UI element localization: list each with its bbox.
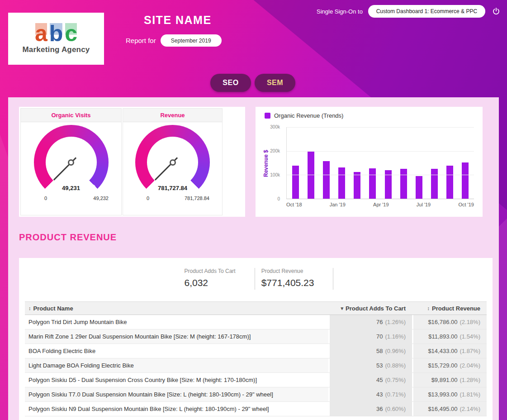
report-period-row: Report for September 2019	[126, 34, 222, 47]
sso-row: Single Sign-On to Custom Dashboard 1: Ec…	[317, 5, 502, 18]
power-icon	[492, 7, 500, 15]
tab-sem[interactable]: SEM	[255, 74, 295, 92]
product-name-cell: Polygon Siskiu T7.0 Dual Suspension Moun…	[25, 387, 328, 401]
table-row: Polygon Siskiu D5 - Dual Suspension Cros…	[25, 373, 487, 387]
adds-to-cart-cell: 53(0.88%)	[328, 358, 412, 372]
col-header-product-revenue[interactable]: ↕ Product Revenue	[412, 305, 487, 312]
cell-value: 58	[376, 348, 383, 354]
report-for-label: Report for	[126, 37, 156, 44]
product-name-cell: Light Damage BOA Folding Electric Bike	[25, 358, 328, 372]
section-title-product-revenue: PRODUCT REVENUE	[19, 232, 117, 243]
bar-jul19	[431, 169, 438, 199]
table-row: Marin Rift Zone 1 29er Dual Suspension M…	[25, 329, 487, 344]
bar-jun19	[416, 176, 422, 199]
gauge-revenue: Revenue 781,727.84 0 781,728.84	[123, 108, 223, 215]
cell-value: 36	[376, 406, 383, 412]
x-tick-label: Oct '19	[458, 202, 474, 207]
gauge-min-label: 0	[147, 196, 149, 201]
adds-to-cart-cell: 70(1.16%)	[328, 329, 412, 344]
product-revenue-card: Product Adds To Cart 6,032 Product Reven…	[19, 258, 493, 420]
chart-legend: Organic Revenue (Trends)	[265, 112, 343, 119]
agency-logo: abc Marketing Agency	[8, 13, 104, 65]
revenue-cell: $13,993.00(1.81%)	[412, 387, 487, 401]
gauge-minmax: 0 49,232	[44, 196, 109, 201]
y-tick-label: 300k	[253, 124, 280, 129]
gauge-max-label: 49,232	[93, 196, 109, 201]
cell-percent: (2.04%)	[460, 362, 480, 369]
gauge-body: 49,231 0 49,232	[21, 125, 121, 217]
stat-adds-to-cart: Product Adds To Cart 6,032	[178, 268, 255, 290]
gridline	[287, 151, 474, 152]
bar-oct18	[292, 166, 299, 199]
gauge-knob	[68, 159, 74, 166]
col-header-adds-to-cart[interactable]: ▾ Product Adds To Cart	[328, 305, 412, 312]
cell-percent: (2.18%)	[460, 319, 480, 325]
revenue-cell: $9,891.00(1.28%)	[412, 373, 487, 387]
gauge-value: 49,231	[21, 185, 121, 191]
adds-to-cart-cell: 43(0.71%)	[328, 387, 412, 401]
report-month-select[interactable]: September 2019	[161, 34, 222, 47]
cell-percent: (0.88%)	[385, 362, 406, 369]
col-label: Product Name	[33, 305, 73, 312]
cell-percent: (0.96%)	[385, 348, 406, 354]
power-button[interactable]	[491, 6, 502, 17]
gauge-minmax: 0 781,728.84	[147, 196, 209, 201]
cell-value: $13,993.00	[428, 391, 457, 398]
product-name-cell: Polygon Trid Dirt Jump Mountain Bike	[25, 315, 328, 329]
cell-percent: (1.81%)	[460, 391, 480, 398]
product-name-cell: Marin Rift Zone 1 29er Dual Suspension M…	[25, 329, 328, 344]
product-name-cell: BOA Folding Electric Bike	[25, 344, 328, 358]
logo-letters: abc	[34, 23, 78, 45]
bar-feb19	[354, 172, 360, 199]
cell-value: $16,495.00	[428, 406, 457, 412]
revenue-cell: $11,893.00(1.54%)	[412, 329, 487, 344]
gridline	[287, 127, 474, 128]
stat-label: Product Revenue	[261, 268, 314, 274]
gauge-knob	[170, 159, 176, 166]
sort-icon: ↕	[28, 305, 31, 311]
col-header-product-name[interactable]: ↕ Product Name	[25, 305, 328, 312]
x-axis-labels: Oct '18Jan '19Apr '19Jul '19Oct '19	[286, 202, 474, 207]
cell-value: $16,786.00	[428, 319, 457, 325]
gauge-body: 781,727.84 0 781,728.84	[123, 125, 222, 217]
table-header: ↕ Product Name ▾ Product Adds To Cart ↕ …	[25, 301, 487, 315]
product-name-cell: Polygon Siskiu D5 - Dual Suspension Cros…	[25, 373, 328, 387]
cell-value: $9,891.00	[431, 377, 458, 383]
y-axis-labels: 300k200k100k0	[256, 127, 283, 199]
report-tabs: SEO SEM	[210, 74, 295, 92]
cell-percent: (1.54%)	[460, 333, 480, 340]
cell-percent: (2.14%)	[460, 406, 480, 412]
bar-sep19	[462, 162, 469, 199]
y-tick-label: 0	[253, 196, 280, 201]
legend-swatch	[265, 113, 270, 119]
chart-plot	[286, 127, 474, 199]
bar-aug19	[446, 166, 453, 199]
gauge-title: Organic Visits	[21, 109, 121, 122]
gridline	[287, 175, 474, 175]
x-tick-label: Jul '19	[417, 202, 431, 207]
bar-mar19	[369, 168, 376, 199]
col-label: Product Revenue	[432, 305, 480, 312]
revenue-cell: $15,729.00(2.04%)	[412, 358, 487, 372]
cell-percent: (0.75%)	[385, 377, 406, 383]
cell-percent: (0.60%)	[385, 406, 406, 412]
stat-product-revenue: Product Revenue $771,405.23	[255, 268, 334, 290]
col-label: Product Adds To Cart	[346, 305, 406, 312]
table-row: Light Damage BOA Folding Electric Bike53…	[25, 358, 487, 373]
logo-letter-a: a	[34, 23, 48, 45]
sso-dashboard-select[interactable]: Custom Dashboard 1: Ecommerce & PPC	[368, 5, 485, 18]
bar-may19	[400, 169, 407, 199]
x-tick-label: Oct '18	[286, 202, 302, 207]
sort-desc-icon: ▾	[341, 305, 344, 311]
tab-seo[interactable]: SEO	[210, 74, 251, 92]
table-row: Polygon Siskiu N9 Dual Suspension Mounta…	[25, 402, 487, 416]
cell-percent: (1.28%)	[460, 377, 480, 383]
cell-value: 43	[376, 391, 383, 398]
table-row: BOA Folding Electric Bike58(0.96%)$14,43…	[25, 344, 487, 358]
bar-jan19	[338, 167, 345, 199]
logo-letter-b: b	[48, 23, 64, 45]
gauge-organic-visits: Organic Visits 49,231 0 49,232	[20, 108, 122, 215]
cell-percent: (1.26%)	[385, 319, 406, 325]
table-row: Polygon Trid Dirt Jump Mountain Bike76(1…	[25, 315, 487, 329]
y-tick-label: 200k	[253, 148, 280, 153]
